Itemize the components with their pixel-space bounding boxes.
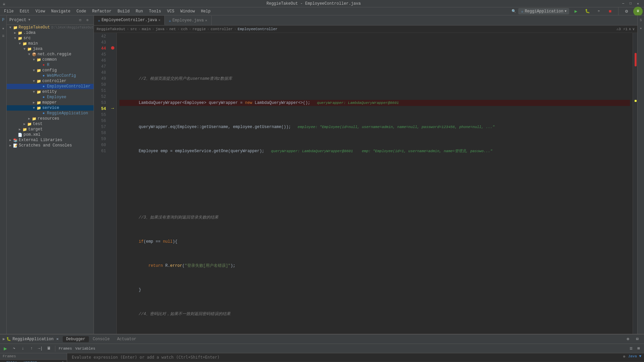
options-button[interactable]: ⊕: [623, 354, 626, 359]
menu-build[interactable]: Build: [115, 8, 132, 14]
tab-label: EmployeeController.java: [102, 18, 157, 22]
tree-item-webmvcconfig[interactable]: ● WebMvcConfig: [7, 73, 94, 78]
tab-label: Employee.java: [172, 18, 204, 23]
menu-run[interactable]: Run: [133, 8, 146, 14]
tree-item-config[interactable]: ▼ 📁 config: [7, 68, 94, 73]
tree-item-common[interactable]: ▼ 📁 common: [7, 57, 94, 62]
code-content[interactable]: //2、根据页面提交的用户名username查询z数据库 LambdaQuery…: [117, 33, 633, 334]
tree-item-external-libraries[interactable]: ▶ 📚 External Libraries: [7, 137, 94, 143]
toolbar-separator: [55, 346, 55, 352]
tree-item-src[interactable]: ▼ 📁 src: [7, 36, 94, 41]
bookmarks-panel-icon[interactable]: ★: [638, 25, 644, 32]
debug-tab-console[interactable]: Console: [90, 336, 113, 342]
debug-restore-button[interactable]: ⊟: [633, 335, 641, 343]
bc-java[interactable]: java: [156, 27, 164, 31]
menu-navigate[interactable]: Navigate: [48, 8, 73, 14]
tab-employeecontroller[interactable]: ☕ EmployeeController.java ✕: [94, 16, 165, 25]
add-frame-button[interactable]: +: [62, 360, 64, 362]
project-panel-icon[interactable]: P: [0, 17, 7, 23]
menu-help[interactable]: Help: [198, 8, 213, 14]
menu-tools[interactable]: Tools: [146, 8, 164, 14]
menu-code[interactable]: Code: [74, 8, 89, 14]
thread-item[interactable]: ▶ *http...UNNING +: [0, 360, 67, 362]
debug-button[interactable]: 🐛: [583, 7, 592, 16]
run-config-selector[interactable]: ☕ ReggiApplication ▼: [518, 8, 569, 14]
tree-item-mapper[interactable]: ▶ 📁 mapper: [7, 100, 94, 105]
tree-item-java[interactable]: ▼ 📁 java: [7, 46, 94, 52]
tree-item-reggieapplication[interactable]: ● ReggieApplication: [7, 111, 94, 116]
structure-panel-icon[interactable]: S: [638, 17, 644, 23]
project-dropdown-arrow[interactable]: ▼: [28, 18, 30, 22]
watch-expression-input[interactable]: [70, 354, 271, 360]
bc-net[interactable]: net: [169, 27, 176, 31]
user-avatar[interactable]: U: [633, 7, 643, 16]
bc-main[interactable]: main: [142, 27, 151, 31]
close-button[interactable]: ✕: [635, 1, 641, 7]
bc-cch[interactable]: cch: [181, 27, 187, 31]
menu-file[interactable]: File: [1, 8, 16, 14]
collapse-all-button[interactable]: ⊟: [77, 17, 84, 23]
tree-item-resources[interactable]: ▶ 📁 resources: [7, 116, 94, 121]
menu-vcs[interactable]: VCS: [164, 8, 177, 14]
step-out-button[interactable]: ↑: [28, 345, 36, 353]
tree-arrow: ▼: [27, 53, 32, 56]
debug-tab-actuator[interactable]: Actuator: [114, 336, 140, 342]
tree-item-employeecontroller[interactable]: ● EmployeeController: [7, 84, 94, 89]
maximize-button[interactable]: □: [627, 1, 634, 7]
resume-button[interactable]: ▶: [1, 345, 9, 353]
tree-item-main[interactable]: ▼ 📁 main: [7, 41, 94, 46]
code-line-42: [119, 52, 630, 58]
tree-item-pom[interactable]: 📄 pom.xml: [7, 132, 94, 137]
tree-item-service[interactable]: ▼ 📁 service: [7, 105, 94, 111]
tree-item-test[interactable]: ▶ 📁 test: [7, 121, 94, 127]
menu-edit[interactable]: Edit: [17, 8, 32, 14]
code-line-47: [119, 172, 630, 178]
bc-employeecontroller[interactable]: EmployeeController: [238, 27, 278, 31]
variables-label-button[interactable]: Variables: [74, 345, 97, 353]
settings-button[interactable]: ⚙: [622, 7, 631, 16]
minimize-button[interactable]: —: [620, 1, 627, 7]
settings-tree-button[interactable]: ⚙: [84, 17, 91, 23]
bc-reggie[interactable]: reggie: [193, 27, 206, 31]
tree-item-idea[interactable]: ▶ 📁 .idea: [7, 30, 94, 36]
execution-arrow: →: [111, 106, 114, 111]
step-over-button[interactable]: ↷: [10, 345, 18, 353]
tree-item-scratches[interactable]: ▶ 📝 Scratches and Consoles: [7, 143, 94, 148]
structure-icon[interactable]: ≡: [0, 33, 7, 40]
stop-button[interactable]: ■: [605, 7, 615, 16]
menu-refactor[interactable]: Refactor: [90, 8, 114, 14]
step-into-button[interactable]: ↓: [19, 345, 27, 353]
tree-item-r[interactable]: ● R: [7, 62, 94, 68]
tab-close-button[interactable]: ✕: [158, 18, 160, 22]
debug-tab-debugger[interactable]: Debugger: [63, 336, 89, 342]
tree-item-target[interactable]: ▶ 📁 target: [7, 127, 94, 132]
menu-view[interactable]: View: [33, 8, 48, 14]
tree-item-controller[interactable]: ▼ 📁 controller: [7, 78, 94, 84]
run-to-cursor-button[interactable]: →|: [36, 345, 44, 353]
bc-controller[interactable]: controller: [211, 27, 233, 31]
tree-item-netcchreggie[interactable]: ▼ 📦 net.cch.reggie: [7, 52, 94, 57]
evaluate-button[interactable]: 🖩: [45, 345, 53, 353]
bc-reggietakeout[interactable]: ReggieTakeOut: [97, 27, 125, 31]
tree-item-reggietakeout[interactable]: ▼ 📁 ReggieTakeOut D:\JAVA\ReggieTakeOut: [7, 25, 94, 30]
debug-settings-button[interactable]: ⚙: [624, 335, 632, 343]
bookmark-icon[interactable]: ★: [0, 25, 7, 32]
collapse-icon[interactable]: ∨: [632, 27, 635, 31]
tab-close-button[interactable]: ✕: [205, 18, 207, 22]
restore-layout-button[interactable]: ⊞: [635, 345, 643, 353]
tree-item-employee[interactable]: ● Employee: [7, 95, 94, 100]
tab-employee[interactable]: ☕ Employee.java ✕: [165, 16, 211, 25]
sidebar-header: Project ▼ ⊟ ⚙: [7, 15, 94, 25]
run-button[interactable]: ▶: [571, 7, 581, 16]
tree-item-entity[interactable]: ▼ 📁 entity: [7, 89, 94, 95]
tree-label: target: [28, 127, 43, 132]
tree-path: D:\JAVA\ReggieTakeOut: [51, 26, 94, 29]
coverage-button[interactable]: ☂: [594, 7, 603, 16]
frames-label-button[interactable]: Frames: [57, 345, 73, 353]
threads-button[interactable]: ☰: [628, 345, 634, 353]
debug-close-button[interactable]: ✕: [56, 337, 59, 342]
code-editor[interactable]: 42 43 44 45 46 47 48 49 50 51 52 53 54 5…: [94, 33, 637, 334]
menu-window[interactable]: Window: [178, 8, 198, 14]
expand-icon[interactable]: ∧: [629, 27, 631, 31]
bc-src[interactable]: src: [130, 27, 137, 31]
